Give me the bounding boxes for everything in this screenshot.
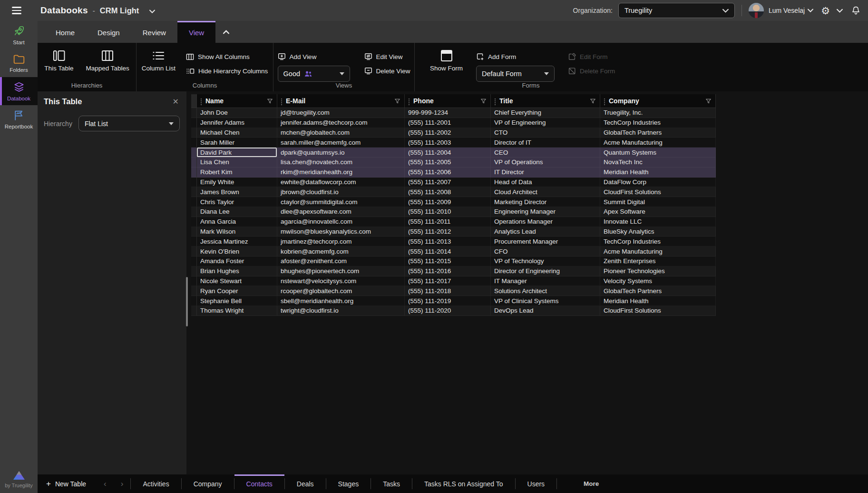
cell-title[interactable]: Operations Manager bbox=[491, 217, 600, 227]
cell-name[interactable]: Kevin O'Brien bbox=[197, 246, 277, 256]
organization-select[interactable]: Truegility bbox=[618, 3, 735, 18]
column-grip-icon[interactable] bbox=[409, 100, 410, 101]
cell-e-mail[interactable]: dpark@quantumsys.io bbox=[277, 148, 405, 158]
cell-title[interactable]: Head of Data bbox=[491, 177, 600, 187]
cell-e-mail[interactable]: sbell@meridianhealth.org bbox=[277, 296, 405, 306]
row-selector-gutter[interactable] bbox=[191, 246, 197, 256]
filter-funnel-icon[interactable] bbox=[705, 98, 712, 104]
hide-hierarchy-columns-button[interactable]: Hide Hierarchy Columns bbox=[186, 66, 268, 76]
row-selector-gutter[interactable] bbox=[191, 286, 197, 296]
cell-phone[interactable]: (555) 111-2015 bbox=[405, 256, 491, 266]
filter-funnel-icon[interactable] bbox=[590, 98, 596, 104]
panel-close-icon[interactable]: ✕ bbox=[173, 97, 179, 106]
user-avatar[interactable] bbox=[749, 3, 764, 18]
column-header-name[interactable]: Name bbox=[197, 94, 277, 108]
cell-company[interactable]: TechCorp Industries bbox=[600, 118, 716, 128]
cell-phone[interactable]: (555) 111-2017 bbox=[405, 276, 491, 286]
cell-phone[interactable]: (555) 111-2005 bbox=[405, 158, 491, 168]
cell-company[interactable]: Velocity Systems bbox=[600, 276, 716, 286]
cell-name[interactable]: David Park bbox=[197, 148, 277, 158]
cell-title[interactable]: VP of Clinical Systems bbox=[491, 296, 600, 306]
row-selector-gutter[interactable] bbox=[191, 207, 197, 217]
settings-chevron-down-icon[interactable] bbox=[837, 9, 843, 13]
cell-title[interactable]: Director of IT bbox=[491, 138, 600, 148]
cell-name[interactable]: Jennifer Adams bbox=[197, 118, 277, 128]
cell-e-mail[interactable]: agarcia@innovatellc.com bbox=[277, 217, 405, 227]
cell-e-mail[interactable]: ctaylor@summitdigital.com bbox=[277, 197, 405, 207]
cell-e-mail[interactable]: nstewart@velocitysys.com bbox=[277, 276, 405, 286]
column-grip-icon[interactable] bbox=[604, 100, 605, 101]
show-all-columns-button[interactable]: Show All Columns bbox=[186, 51, 268, 62]
row-selector-gutter[interactable] bbox=[191, 306, 197, 316]
row-selector-gutter[interactable] bbox=[191, 197, 197, 207]
cell-e-mail[interactable]: twright@cloudfirst.io bbox=[277, 306, 405, 316]
grid-corner-cell[interactable] bbox=[191, 94, 197, 108]
cell-phone[interactable]: (555) 111-2012 bbox=[405, 227, 491, 237]
cell-title[interactable]: Marketing Director bbox=[491, 197, 600, 207]
cell-company[interactable]: CloudFirst Solutions bbox=[600, 187, 716, 197]
cell-name[interactable]: John Doe bbox=[197, 108, 277, 118]
filter-funnel-icon[interactable] bbox=[394, 98, 400, 104]
table-tab-stages[interactable]: Stages bbox=[326, 474, 371, 493]
table-tab-tasks-rls-on-assigned-to[interactable]: Tasks RLS on Assigned To bbox=[412, 474, 515, 493]
row-selector-gutter[interactable] bbox=[191, 227, 197, 237]
cell-company[interactable]: GlobalTech Partners bbox=[600, 128, 716, 138]
hamburger-menu-icon[interactable] bbox=[12, 7, 21, 14]
cell-name[interactable]: Jessica Martinez bbox=[197, 237, 277, 246]
column-grip-icon[interactable] bbox=[495, 100, 496, 101]
hierarchy-select[interactable]: Flat List bbox=[78, 116, 180, 131]
cell-phone[interactable]: (555) 111-2003 bbox=[405, 138, 491, 148]
cell-company[interactable]: CloudFirst Solutions bbox=[600, 306, 716, 316]
column-grip-icon[interactable] bbox=[201, 100, 202, 101]
more-tables-button[interactable]: More bbox=[571, 474, 611, 493]
cell-phone[interactable]: (555) 111-2018 bbox=[405, 286, 491, 296]
cell-e-mail[interactable]: jennifer.adams@techcorp.com bbox=[277, 118, 405, 128]
cell-phone[interactable]: (555) 111-2009 bbox=[405, 197, 491, 207]
cell-phone[interactable]: (555) 111-2014 bbox=[405, 246, 491, 256]
table-tab-activities[interactable]: Activities bbox=[131, 474, 181, 493]
cell-company[interactable]: Meridian Health bbox=[600, 168, 716, 177]
cell-phone[interactable]: (555) 111-2020 bbox=[405, 306, 491, 316]
cell-phone[interactable]: (555) 111-2011 bbox=[405, 217, 491, 227]
user-name[interactable]: Lum Veselaj bbox=[769, 7, 805, 14]
ribbon-tab-home[interactable]: Home bbox=[44, 21, 86, 43]
row-selector-gutter[interactable] bbox=[191, 177, 197, 187]
sidebar-item-databook[interactable]: Databook bbox=[0, 77, 38, 105]
ribbon-tab-design[interactable]: Design bbox=[86, 21, 131, 43]
row-selector-gutter[interactable] bbox=[191, 138, 197, 148]
cell-phone[interactable]: (555) 111-2002 bbox=[405, 128, 491, 138]
cell-title[interactable]: IT Manager bbox=[491, 276, 600, 286]
row-selector-gutter[interactable] bbox=[191, 237, 197, 246]
row-selector-gutter[interactable] bbox=[191, 128, 197, 138]
filter-funnel-icon[interactable] bbox=[480, 98, 487, 104]
cell-name[interactable]: Mark Wilson bbox=[197, 227, 277, 237]
table-tab-contacts[interactable]: Contacts bbox=[234, 474, 284, 493]
row-selector-gutter[interactable] bbox=[191, 217, 197, 227]
column-grip-icon[interactable] bbox=[281, 100, 282, 101]
cell-title[interactable]: CEO bbox=[491, 148, 600, 158]
cell-name[interactable]: Diana Lee bbox=[197, 207, 277, 217]
row-selector-gutter[interactable] bbox=[191, 266, 197, 276]
cell-title[interactable]: Director of Engineering bbox=[491, 266, 600, 276]
cell-title[interactable]: Engineering Manager bbox=[491, 207, 600, 217]
sidebar-item-reportbook[interactable]: Reportbook bbox=[0, 105, 38, 133]
cell-name[interactable]: Robert Kim bbox=[197, 168, 277, 177]
ribbon-tab-review[interactable]: Review bbox=[131, 21, 177, 43]
row-selector-gutter[interactable] bbox=[191, 168, 197, 177]
table-tab-users[interactable]: Users bbox=[516, 474, 557, 493]
user-chevron-down-icon[interactable] bbox=[808, 9, 813, 12]
cell-e-mail[interactable]: dlee@apexsoftware.com bbox=[277, 207, 405, 217]
column-header-title[interactable]: Title bbox=[491, 94, 600, 108]
cell-e-mail[interactable]: bhughes@pioneertech.com bbox=[277, 266, 405, 276]
row-selector-gutter[interactable] bbox=[191, 108, 197, 118]
cell-e-mail[interactable]: rkim@meridianhealth.org bbox=[277, 168, 405, 177]
cell-company[interactable]: Meridian Health bbox=[600, 296, 716, 306]
cell-title[interactable]: VP of Technology bbox=[491, 256, 600, 266]
row-selector-gutter[interactable] bbox=[191, 276, 197, 286]
cell-phone[interactable]: (555) 111-2001 bbox=[405, 118, 491, 128]
cell-phone[interactable]: (555) 111-2007 bbox=[405, 177, 491, 187]
row-selector-gutter[interactable] bbox=[191, 148, 197, 158]
row-selector-gutter[interactable] bbox=[191, 296, 197, 306]
cell-company[interactable]: Quantum Systems bbox=[600, 148, 716, 158]
add-view-button[interactable]: Add View bbox=[278, 51, 350, 62]
